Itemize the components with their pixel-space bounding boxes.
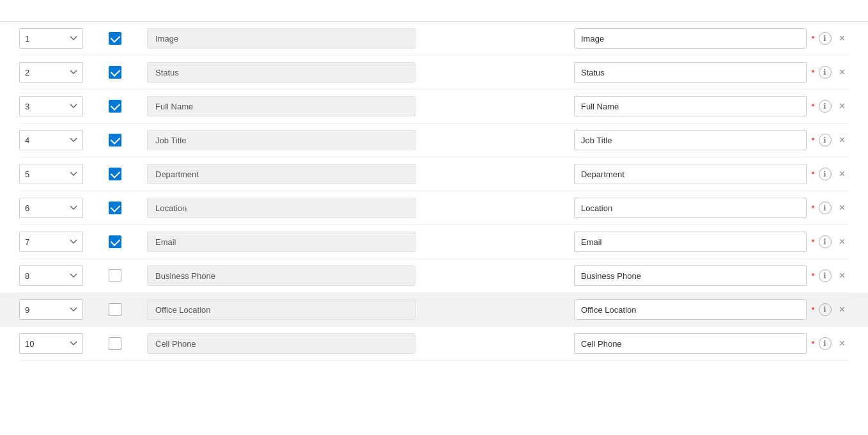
row-delete-button[interactable]: × (835, 336, 849, 351)
order-select[interactable]: 12345678910 (19, 62, 83, 83)
order-select[interactable]: 12345678910 (19, 130, 83, 150)
row-delete-button[interactable]: × (835, 167, 849, 181)
table-row: 12345678910Department*ℹ× (19, 157, 849, 191)
row-delete-button[interactable]: × (835, 65, 849, 79)
row-required-star: * (812, 34, 815, 44)
visible-checkbox-wrap (96, 66, 134, 79)
caption-input[interactable] (574, 265, 807, 286)
column-field: Status (134, 62, 574, 83)
visible-checkbox-wrap (96, 269, 134, 282)
info-icon[interactable]: ℹ (819, 235, 832, 248)
row-delete-button[interactable]: × (835, 133, 849, 147)
visible-checkbox[interactable] (109, 32, 121, 45)
column-field: Image (134, 28, 574, 49)
row-delete-button[interactable]: × (835, 31, 849, 45)
order-select-wrap: 12345678910 (19, 198, 96, 218)
visible-checkbox-wrap (96, 134, 134, 146)
row-required-star: * (812, 170, 815, 179)
order-select[interactable]: 12345678910 (19, 96, 83, 116)
column-display: Location (147, 198, 415, 218)
visible-checkbox[interactable] (109, 100, 121, 113)
caption-wrap: *ℹ× (574, 28, 849, 49)
row-required-star: * (812, 339, 815, 349)
info-icon[interactable]: ℹ (819, 66, 832, 79)
order-select[interactable]: 12345678910 (19, 28, 83, 49)
dialog-close-button[interactable] (848, 10, 855, 13)
info-icon[interactable]: ℹ (819, 134, 832, 146)
order-select[interactable]: 12345678910 (19, 265, 83, 286)
column-field: Email (134, 232, 574, 252)
row-required-star: * (812, 136, 815, 145)
caption-input[interactable] (574, 130, 807, 150)
order-select[interactable]: 12345678910 (19, 333, 83, 354)
column-display: Full Name (147, 96, 415, 116)
column-display: Image (147, 28, 415, 49)
table-row: 12345678910Full Name*ℹ× (19, 90, 849, 123)
caption-wrap: *ℹ× (574, 265, 849, 286)
table-row: 12345678910Business Phone*ℹ× (19, 259, 849, 293)
order-select-wrap: 12345678910 (19, 333, 96, 354)
order-select-wrap: 12345678910 (19, 299, 96, 320)
column-display: Status (147, 62, 415, 83)
caption-input[interactable] (574, 333, 807, 354)
visible-checkbox[interactable] (109, 66, 121, 79)
visible-checkbox[interactable] (109, 269, 121, 282)
table-row: 12345678910Office Location*ℹ× (0, 293, 868, 327)
order-select[interactable]: 12345678910 (19, 164, 83, 184)
caption-input[interactable] (574, 164, 807, 184)
column-display: Office Location (147, 299, 415, 320)
row-delete-button[interactable]: × (835, 269, 849, 283)
visible-checkbox-wrap (96, 202, 134, 214)
row-delete-button[interactable]: × (835, 201, 849, 215)
visible-checkbox[interactable] (109, 337, 121, 350)
caption-input[interactable] (574, 28, 807, 49)
column-display: Job Title (147, 130, 415, 150)
row-delete-button[interactable]: × (835, 235, 849, 249)
visible-checkbox[interactable] (109, 235, 121, 248)
row-required-star: * (812, 237, 815, 247)
visible-checkbox-wrap (96, 100, 134, 113)
info-icon[interactable]: ℹ (819, 100, 832, 113)
caption-input[interactable] (574, 299, 807, 320)
table-row: 12345678910Cell Phone*ℹ× (19, 327, 849, 361)
info-icon[interactable]: ℹ (819, 202, 832, 214)
caption-input[interactable] (574, 198, 807, 218)
caption-wrap: *ℹ× (574, 96, 849, 116)
row-delete-button[interactable]: × (835, 99, 849, 113)
order-select-wrap: 12345678910 (19, 232, 96, 252)
info-icon[interactable]: ℹ (819, 168, 832, 180)
row-required-star: * (812, 68, 815, 77)
caption-wrap: *ℹ× (574, 62, 849, 83)
caption-input[interactable] (574, 96, 807, 116)
rows-container: 12345678910Image*ℹ×12345678910Status*ℹ×1… (0, 22, 868, 361)
row-required-star: * (812, 203, 815, 213)
order-select[interactable]: 12345678910 (19, 198, 83, 218)
caption-input[interactable] (574, 232, 807, 252)
caption-wrap: *ℹ× (574, 164, 849, 184)
caption-wrap: *ℹ× (574, 333, 849, 354)
info-icon[interactable]: ℹ (819, 269, 832, 282)
info-icon[interactable]: ℹ (819, 337, 832, 350)
visible-checkbox[interactable] (109, 202, 121, 214)
caption-wrap: *ℹ× (574, 232, 849, 252)
visible-checkbox[interactable] (109, 168, 121, 180)
header-caption-label (574, 6, 849, 16)
caption-wrap: *ℹ× (574, 299, 849, 320)
info-icon[interactable]: ℹ (819, 303, 832, 316)
visible-checkbox-wrap (96, 168, 134, 180)
order-select-wrap: 12345678910 (19, 62, 96, 83)
column-display: Business Phone (147, 265, 415, 286)
row-delete-button[interactable]: × (835, 303, 849, 317)
visible-checkbox[interactable] (109, 303, 121, 316)
visible-checkbox[interactable] (109, 134, 121, 146)
table-row: 12345678910Email*ℹ× (19, 225, 849, 259)
order-select[interactable]: 12345678910 (19, 299, 83, 320)
order-select-wrap: 12345678910 (19, 130, 96, 150)
column-display: Department (147, 164, 415, 184)
table-row: 12345678910Image*ℹ× (19, 22, 849, 56)
caption-input[interactable] (574, 62, 807, 83)
caption-wrap: *ℹ× (574, 130, 849, 150)
info-icon[interactable]: ℹ (819, 32, 832, 45)
order-select-wrap: 12345678910 (19, 265, 96, 286)
order-select[interactable]: 12345678910 (19, 232, 83, 252)
